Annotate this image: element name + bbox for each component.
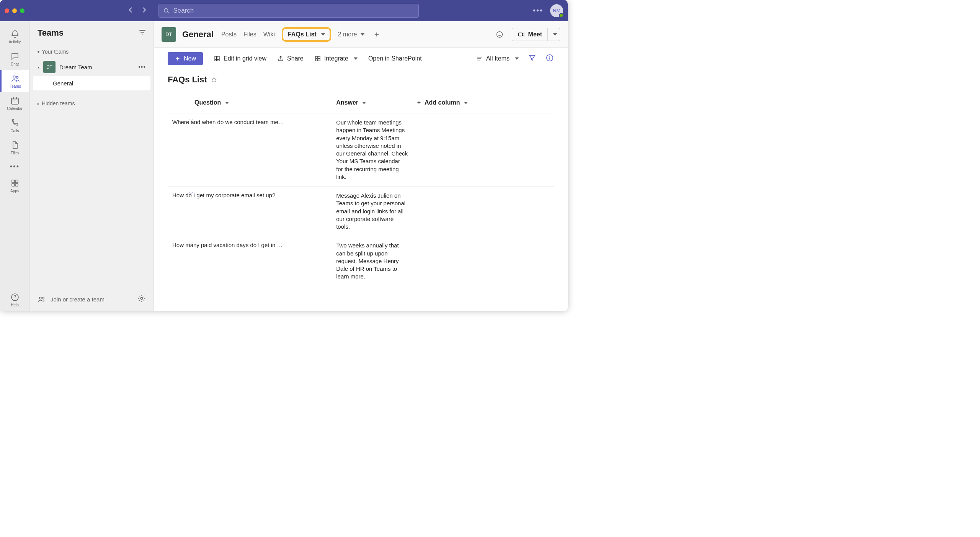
tab-posts[interactable]: Posts <box>221 29 237 39</box>
maximize-window-icon[interactable] <box>20 8 24 13</box>
rail-apps-label: Apps <box>10 189 19 193</box>
search-icon <box>163 8 169 14</box>
question-cell[interactable]: Where and when do we conduct team me… <box>168 113 332 187</box>
caret-down-icon: ▾ <box>38 65 39 69</box>
add-tab-button[interactable] <box>371 29 382 40</box>
rail-help[interactable]: Help <box>2 289 28 311</box>
add-column[interactable]: + Add column <box>413 95 554 113</box>
integrate-button[interactable]: Integrate <box>314 55 358 62</box>
chevron-down-icon <box>351 55 358 62</box>
edit-grid-button[interactable]: Edit in grid view <box>214 55 266 62</box>
svg-rect-30 <box>315 59 317 61</box>
caret-right-icon: ▸ <box>38 102 39 106</box>
filter-icon[interactable] <box>139 29 146 37</box>
question-cell[interactable]: How do I get my corporate email set up? <box>168 187 332 236</box>
team-badge: DT <box>43 61 56 73</box>
tabs-more[interactable]: 2 more <box>338 31 365 38</box>
svg-point-0 <box>164 8 168 12</box>
col-question-label: Question <box>194 99 221 106</box>
chevron-down-icon <box>462 99 468 106</box>
meet-dropdown[interactable] <box>547 28 560 41</box>
sidebar-title: Teams <box>38 28 64 38</box>
list-toolbar: New Edit in grid view Share Integrate Op… <box>154 48 568 69</box>
titlebar: ••• NM <box>0 0 568 21</box>
tab-faqs-list[interactable]: FAQs List <box>282 27 331 42</box>
new-label: New <box>184 55 196 62</box>
col-answer[interactable]: Answer <box>332 95 413 113</box>
rail-teams-label: Teams <box>10 84 21 88</box>
question-cell[interactable]: How many paid vacation days do I get in … <box>168 236 332 286</box>
open-sharepoint-button[interactable]: Open in SharePoint <box>368 55 422 62</box>
team-name: Dream Team <box>59 64 92 70</box>
rail-calls[interactable]: Calls <box>2 115 28 137</box>
svg-rect-31 <box>318 59 320 61</box>
answer-cell: Two weeks annually that can be split up … <box>332 236 413 286</box>
chevron-down-icon <box>360 99 366 106</box>
edit-grid-label: Edit in grid view <box>224 55 266 62</box>
user-avatar[interactable]: NM <box>550 4 563 17</box>
join-team-icon <box>38 295 46 303</box>
col-question[interactable]: Question <box>168 95 332 113</box>
svg-rect-4 <box>11 98 18 104</box>
meet-button[interactable]: Meet <box>512 28 547 41</box>
filter-icon[interactable] <box>528 54 536 64</box>
search-input[interactable] <box>173 7 414 15</box>
your-teams-group[interactable]: ▾ Your teams <box>33 46 150 58</box>
new-button[interactable]: New <box>168 52 203 65</box>
manage-teams-settings-icon[interactable] <box>137 294 146 304</box>
list-title: FAQs List <box>168 75 207 85</box>
channel-header: DT General Posts Files Wiki FAQs List 2 … <box>154 21 568 48</box>
team-more-icon[interactable]: ••• <box>138 64 146 70</box>
share-button[interactable]: Share <box>277 55 304 62</box>
team-row-dream-team[interactable]: ▾ DT Dream Team ••• <box>33 59 150 75</box>
svg-point-19 <box>497 31 502 37</box>
table-row[interactable]: How do I get my corporate email set up? … <box>168 187 554 236</box>
minimize-window-icon[interactable] <box>12 8 17 13</box>
tabs-more-label: 2 more <box>338 31 357 38</box>
hidden-teams-group[interactable]: ▸ Hidden teams <box>33 97 150 110</box>
channel-general[interactable]: General <box>33 76 150 90</box>
teams-sidebar: Teams ▾ Your teams ▾ DT Dream Team ••• G… <box>30 21 154 311</box>
svg-rect-8 <box>12 180 15 183</box>
view-selector[interactable]: All Items <box>476 55 519 62</box>
avatar-initials: NM <box>553 8 560 13</box>
share-label: Share <box>287 55 304 62</box>
channel-conversation-icon[interactable] <box>493 28 506 41</box>
open-sharepoint-label: Open in SharePoint <box>368 55 422 62</box>
nav-forward-icon[interactable] <box>141 7 147 15</box>
tab-files[interactable]: Files <box>243 29 256 39</box>
add-column-label: Add column <box>425 99 460 106</box>
nav-back-icon[interactable] <box>128 7 134 15</box>
col-answer-label: Answer <box>336 99 358 106</box>
table-row[interactable]: How many paid vacation days do I get in … <box>168 236 554 286</box>
answer-cell: Message Alexis Julien on Teams to get yo… <box>332 187 413 236</box>
svg-line-1 <box>168 11 169 13</box>
join-create-team[interactable]: Join or create a team <box>51 296 105 303</box>
svg-point-2 <box>13 76 15 78</box>
search-box[interactable] <box>158 4 419 18</box>
channel-name: General <box>182 29 214 39</box>
rail-chat[interactable]: Chat <box>2 48 28 70</box>
channel-tabs: Posts Files Wiki FAQs List 2 more <box>221 27 382 42</box>
favorite-star-icon[interactable]: ☆ <box>211 75 217 84</box>
svg-rect-28 <box>315 56 317 58</box>
settings-more-icon[interactable]: ••• <box>533 6 543 15</box>
close-window-icon[interactable] <box>5 8 9 13</box>
rail-apps[interactable]: Apps <box>2 175 28 197</box>
rail-calendar[interactable]: Calendar <box>2 92 28 115</box>
info-icon[interactable] <box>546 54 554 64</box>
svg-point-14 <box>39 297 42 300</box>
meet-label: Meet <box>528 31 542 38</box>
tab-faqs-label: FAQs List <box>288 31 317 38</box>
rail-teams[interactable]: Teams <box>0 70 29 92</box>
window-controls <box>5 8 24 13</box>
table-row[interactable]: Where and when do we conduct team me… Ou… <box>168 113 554 187</box>
rail-activity[interactable]: Activity <box>2 26 28 48</box>
video-icon <box>518 31 525 38</box>
tab-wiki[interactable]: Wiki <box>263 29 275 39</box>
svg-rect-20 <box>518 33 522 36</box>
rail-files[interactable]: Files <box>2 137 28 159</box>
svg-point-15 <box>42 297 44 300</box>
rail-more-icon[interactable]: ••• <box>10 163 20 171</box>
view-label: All Items <box>486 55 510 62</box>
